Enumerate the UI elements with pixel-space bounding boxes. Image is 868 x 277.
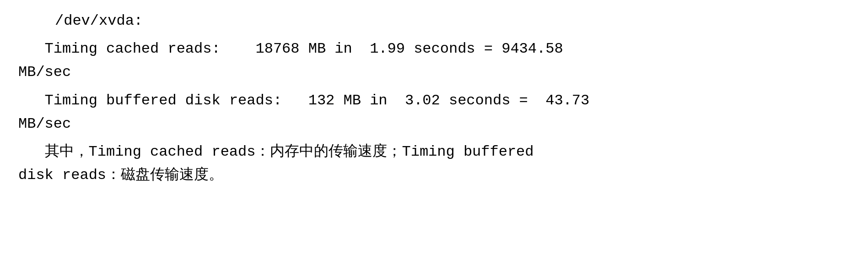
cached-reads-line1: Timing cached reads: 18768 MB in 1.99 se… [18, 37, 850, 60]
cached-reads-line2: MB/sec [18, 60, 850, 84]
buffered-reads-line1: Timing buffered disk reads: 132 MB in 3.… [18, 89, 850, 112]
device-line: /dev/xvda: [18, 9, 850, 33]
terminal-output: /dev/xvda: Timing cached reads: 18768 MB… [18, 9, 850, 187]
buffered-reads-line2: MB/sec [18, 112, 850, 136]
explanation-line2: disk reads：磁盘传输速度。 [18, 163, 850, 187]
explanation-line1: 其中，Timing cached reads：内存中的传输速度；Timing b… [18, 140, 850, 163]
